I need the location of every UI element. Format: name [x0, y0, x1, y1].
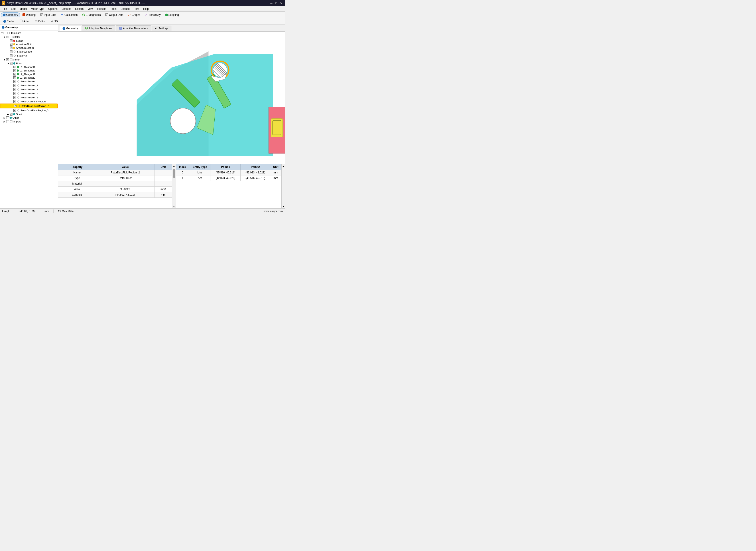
tree-header: Geometry	[0, 24, 58, 30]
tree-node-armatureslotl1[interactable]: ✓ ArmatureSlotL1	[0, 42, 58, 46]
tree-cb-rotorductfluid2[interactable]: ✓	[14, 105, 16, 107]
entity-header-point2: Point 2	[240, 164, 270, 170]
menu-file[interactable]: File	[1, 7, 9, 11]
tree-cb-l2magnet2[interactable]: ✓	[13, 76, 16, 79]
tree-arrow-stator[interactable]: ▼	[4, 36, 6, 38]
toolbar-scripting[interactable]: Scripting	[163, 12, 181, 17]
tree-cb-rotorpocket2[interactable]: ✓	[13, 88, 16, 91]
menu-model[interactable]: Model	[18, 7, 29, 11]
tree-node-l1magnet1[interactable]: ✓ L1_1Magnet1	[0, 65, 58, 69]
props-scroll-thumb[interactable]	[173, 169, 175, 178]
tree-cb-rotorductfluid3[interactable]: ✓	[13, 109, 16, 112]
tree-arrow-template[interactable]: ▼	[1, 32, 4, 34]
tab-geometry[interactable]: Geometry	[59, 26, 81, 31]
tree-cb-statorwedge[interactable]: ✓	[10, 50, 12, 53]
tree-cb-rotorductfluid1[interactable]: ✓	[13, 100, 16, 103]
props-scroll-up[interactable]: ▲	[173, 164, 175, 167]
tree-node-import[interactable]: ▶ Import	[0, 119, 58, 123]
tree-node-rotor[interactable]: ▼ ✓ Rotor	[0, 62, 58, 65]
minimize-button[interactable]: ─	[269, 1, 273, 5]
tree-cb-other[interactable]	[6, 116, 9, 119]
tree-cb-rotorpocket1[interactable]: ✓	[13, 84, 16, 87]
entity-scroll-down[interactable]: ▼	[282, 205, 285, 208]
toolbar-graphs[interactable]: Graphs	[126, 12, 142, 17]
tree-cb-shaft[interactable]: ✓	[10, 113, 12, 115]
tree-node-other[interactable]: ▶ Other	[0, 116, 58, 119]
tree-arrow-other[interactable]: ▶	[4, 117, 6, 119]
menu-defaults[interactable]: Defaults	[60, 7, 73, 11]
menu-results[interactable]: Results	[95, 7, 108, 11]
toolbar-calculation[interactable]: Calculation	[59, 12, 79, 17]
tree-node-rotorductfluid2[interactable]: ✓ RotorDuctFluidRegion_2	[0, 103, 58, 108]
tree-node-template[interactable]: ▼ Template	[0, 31, 58, 35]
tree-cb-rotor-group[interactable]: ✓	[6, 58, 9, 61]
tree-node-rotorpocket1[interactable]: ✓ Rotor Pocket_1	[0, 83, 58, 87]
titlebar-controls[interactable]: ─ □ ✕	[269, 1, 283, 5]
tree-arrow-rotor[interactable]: ▼	[4, 59, 6, 61]
tree-node-rotorpocket2[interactable]: ✓ Rotor Pocket_2	[0, 87, 58, 91]
tree-node-statorwedge[interactable]: ✓ StatorWedge	[0, 50, 58, 54]
tree-cb-l1magnet1[interactable]: ✓	[13, 66, 16, 68]
tree-node-rotor-group[interactable]: ▼ ✓ Rotor	[0, 58, 58, 62]
tree-node-shaft[interactable]: ▶ ✓ Shaft	[0, 112, 58, 116]
tab-settings[interactable]: ⚙ Settings	[152, 26, 171, 31]
prop-unit-type	[154, 175, 172, 181]
menu-editors[interactable]: Editors	[73, 7, 85, 11]
tree-arrow-rotor-sub[interactable]: ▼	[7, 62, 10, 65]
tree-cb-import[interactable]	[6, 120, 9, 123]
tree-cb-stator[interactable]: ✓	[10, 39, 12, 42]
props-scroll-down[interactable]: ▼	[173, 205, 175, 208]
tree-container[interactable]: ▼ Template ▼ ✓ Stator ✓	[0, 30, 58, 208]
close-button[interactable]: ✕	[279, 1, 283, 5]
maximize-button[interactable]: □	[274, 1, 278, 5]
toolbar-outputdata[interactable]: Output Data	[103, 12, 125, 17]
entity-scroll-up[interactable]: ▲	[282, 164, 285, 167]
tree-cb-l2magnet1[interactable]: ✓	[13, 73, 16, 75]
toolbar-geometry[interactable]: Geometry	[1, 12, 20, 17]
toolbar2-editor[interactable]: Editor	[32, 18, 48, 24]
tree-node-rotorpocket4[interactable]: ✓ Rotor Pocket_4	[0, 91, 58, 95]
menu-tools[interactable]: Tools	[108, 7, 118, 11]
tree-node-l2magnet1[interactable]: ✓ L2_1Magnet1	[0, 72, 58, 76]
menu-edit[interactable]: Edit	[9, 7, 17, 11]
tab-adaptive-parameters[interactable]: Adaptive Parameters	[116, 25, 151, 31]
tree-arrow-import[interactable]: ▶	[4, 120, 6, 123]
tree-node-rotorpocket[interactable]: ✓ Rotor Pocket	[0, 79, 58, 83]
tree-cb-armatureslotl1[interactable]: ✓	[10, 43, 12, 46]
tree-cb-l1magnet2[interactable]: ✓	[13, 69, 16, 72]
entity-scrollbar[interactable]: ▲ ▼	[281, 164, 285, 208]
tree-node-rotorductfluid3[interactable]: ✓ RotorDuctFluidRegion_3	[0, 108, 58, 112]
tree-node-stator[interactable]: ✓ Stator	[0, 39, 58, 42]
tree-cb-rotor[interactable]: ✓	[10, 62, 12, 65]
tree-node-stator-group[interactable]: ▼ ✓ Stator	[0, 35, 58, 39]
tree-node-rotorpocket5[interactable]: ✓ Rotor Pocket_5	[0, 95, 58, 99]
tree-cb-armatureslotR1[interactable]: ✓	[10, 47, 12, 49]
tree-node-armatureslotR1[interactable]: ✓ ArmatureSlotR1	[0, 46, 58, 50]
toolbar2-axial[interactable]: Axial	[17, 18, 32, 24]
tree-node-l2magnet2[interactable]: ✓ L2_1Magnet2	[0, 76, 58, 79]
toolbar-emagnetics[interactable]: E-Magnetics	[80, 12, 103, 17]
menu-licence[interactable]: Licence	[119, 7, 131, 11]
toolbar2-3d[interactable]: 3D	[48, 18, 60, 24]
toolbar2-radial[interactable]: Radial	[1, 19, 17, 24]
menu-view[interactable]: View	[86, 7, 95, 11]
tree-cb-rotorpocket5[interactable]: ✓	[13, 96, 16, 99]
tree-node-statorair[interactable]: ✓ StatorAir	[0, 54, 58, 58]
tree-node-rotorductfluid1[interactable]: ✓ RotorDuctFluidRegion_	[0, 99, 58, 103]
menu-print[interactable]: Print	[132, 7, 141, 11]
menu-options[interactable]: Options	[47, 7, 59, 11]
menu-motortype[interactable]: Motor Type	[29, 7, 46, 11]
props-scrollbar[interactable]: ▲ ▼	[172, 164, 176, 208]
tree-cb-rotorpocket4[interactable]: ✓	[13, 92, 16, 95]
toolbar-winding[interactable]: Winding	[20, 12, 38, 17]
toolbar-sensitivity[interactable]: Sensitivity	[143, 12, 163, 17]
tree-cb-stator-group[interactable]: ✓	[6, 36, 9, 38]
menu-help[interactable]: Help	[141, 7, 150, 11]
tree-arrow-shaft[interactable]: ▶	[7, 113, 10, 115]
toolbar-inputdata[interactable]: Input Data	[38, 12, 58, 17]
tree-cb-template[interactable]	[4, 32, 6, 34]
tab-adaptive-templates[interactable]: Adaptive Templates	[82, 25, 115, 31]
tree-cb-statorair[interactable]: ✓	[10, 54, 12, 57]
tree-node-l1magnet2[interactable]: ✓ L1_1Magnet2	[0, 69, 58, 72]
tree-cb-rotorpocket[interactable]: ✓	[13, 80, 16, 83]
